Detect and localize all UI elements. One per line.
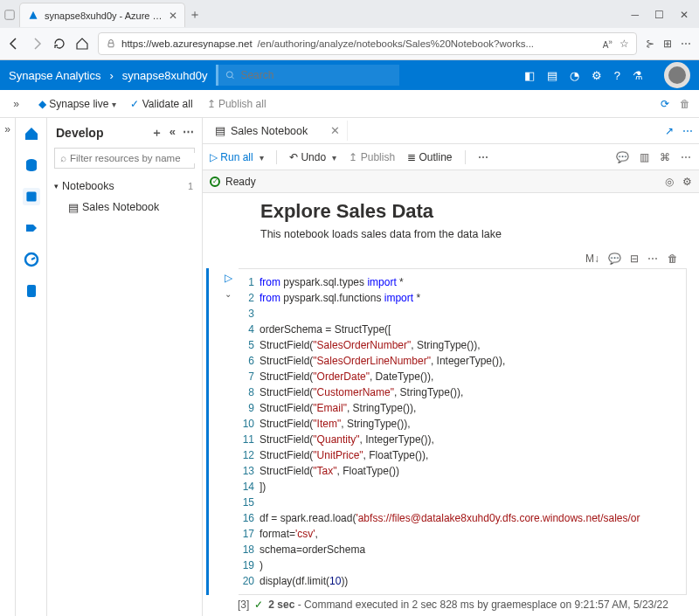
favorites-bar-icon[interactable]: ⊱ bbox=[646, 38, 654, 50]
chevron-down-icon: ▾ bbox=[54, 182, 59, 190]
develop-pane: Develop ＋ « ⋯ ⌕ ▾ Notebooks 1 ▤ Sales No… bbox=[47, 118, 203, 616]
azure-favicon-icon bbox=[27, 10, 39, 22]
new-tab-icon[interactable]: ＋ bbox=[189, 9, 201, 21]
run-all-button[interactable]: ▷ Run all ▾ bbox=[210, 151, 264, 163]
left-rail bbox=[16, 118, 47, 616]
rail-monitor-icon[interactable] bbox=[23, 251, 40, 268]
address-bar[interactable]: https://web.azuresynapse.net/en/authorin… bbox=[98, 32, 637, 55]
publish-all[interactable]: ↥ Publish all bbox=[207, 98, 266, 110]
run-cell-icon[interactable]: ▷ bbox=[225, 272, 232, 284]
notebook-icon: ▤ bbox=[68, 201, 79, 214]
reader-icon[interactable]: A» bbox=[603, 38, 612, 50]
global-search[interactable] bbox=[216, 65, 399, 86]
tab-title: synapse8xuhd0y - Azure Synapse bbox=[45, 10, 163, 21]
avatar[interactable] bbox=[664, 62, 690, 88]
window-minimize-icon[interactable]: ─ bbox=[631, 9, 639, 21]
tree-notebooks[interactable]: ▾ Notebooks 1 bbox=[52, 176, 197, 197]
workspace-name[interactable]: synapse8xuhd0y bbox=[122, 69, 208, 82]
notebook-title: Explore Sales Data bbox=[260, 200, 696, 223]
collections-icon[interactable]: ⊞ bbox=[663, 38, 672, 50]
notebook-toolbar-more-icon[interactable]: ⋯ bbox=[478, 151, 489, 163]
svg-rect-0 bbox=[5, 10, 15, 20]
develop-expand-icon[interactable]: « bbox=[170, 125, 176, 141]
settings-icon[interactable]: ⚙ bbox=[592, 69, 602, 82]
notifications-icon[interactable]: ◔ bbox=[570, 69, 579, 82]
synapse-header: Synapse Analytics › synapse8xuhd0y ◧ ▤ ◔… bbox=[0, 60, 699, 90]
apps-icon[interactable]: ▤ bbox=[547, 69, 557, 82]
browser-chrome: synapse8xuhd0y - Azure Synapse ✕ ＋ ─ ☐ ✕… bbox=[0, 0, 699, 60]
home-icon[interactable] bbox=[75, 37, 89, 51]
product-name[interactable]: Synapse Analytics bbox=[9, 69, 101, 82]
lock-icon bbox=[106, 38, 116, 49]
filter-input[interactable] bbox=[70, 153, 198, 163]
forward-icon[interactable] bbox=[30, 37, 44, 51]
rail-develop-icon[interactable] bbox=[23, 188, 40, 205]
develop-more-icon[interactable]: ⋯ bbox=[183, 125, 195, 141]
url-path: /en/authoring/analyze/notebooks/Sales%20… bbox=[258, 38, 534, 49]
comments-icon[interactable]: 💬 bbox=[616, 151, 629, 163]
rail-manage-icon[interactable] bbox=[23, 282, 40, 300]
code-editor[interactable]: 1234567891011121314151617181920 from pys… bbox=[239, 269, 686, 594]
cell-output-icon[interactable]: ⊟ bbox=[630, 253, 639, 265]
outline-button[interactable]: ≣ Outline bbox=[407, 151, 452, 163]
cell-actions: M↓ 💬 ⊟ ⋯ 🗑 bbox=[206, 253, 696, 265]
notebook-subtitle: This notebook loads sales data from the … bbox=[260, 228, 696, 240]
feedback-icon[interactable]: ◧ bbox=[524, 69, 535, 82]
target-icon[interactable]: ◎ bbox=[665, 176, 674, 188]
refresh-icon[interactable] bbox=[52, 37, 66, 51]
close-notebook-tab-icon[interactable]: ✕ bbox=[330, 124, 340, 137]
expand-pane-icon[interactable]: ↗ bbox=[665, 125, 674, 137]
svg-rect-6 bbox=[27, 285, 36, 297]
refresh-workspace-icon[interactable]: ⟳ bbox=[661, 98, 669, 110]
close-tab-icon[interactable]: ✕ bbox=[169, 10, 177, 22]
cell-more-icon[interactable]: ⋯ bbox=[647, 253, 659, 265]
flask-icon[interactable]: ⚗ bbox=[633, 69, 643, 82]
terminal-icon[interactable]: ⌘ bbox=[660, 151, 670, 163]
rail-home-icon[interactable] bbox=[23, 125, 40, 142]
notebook-tab-more-icon[interactable]: ⋯ bbox=[682, 125, 694, 137]
svg-point-2 bbox=[227, 72, 233, 78]
cell-delete-icon[interactable]: 🗑 bbox=[668, 253, 678, 265]
window-close-icon[interactable]: ✕ bbox=[680, 9, 689, 21]
variables-icon[interactable]: ▥ bbox=[640, 151, 649, 163]
expand-rail-button[interactable]: » bbox=[0, 118, 16, 616]
undo-button[interactable]: ↶ Undo ▾ bbox=[289, 151, 336, 163]
filter-resources[interactable]: ⌕ bbox=[54, 148, 195, 169]
publish-button[interactable]: ↥ Publish bbox=[349, 151, 395, 163]
notebook-tab[interactable]: ▤ Sales Notebook ✕ bbox=[208, 121, 348, 141]
help-icon[interactable]: ? bbox=[614, 69, 620, 82]
status-settings-icon[interactable]: ⚙ bbox=[682, 176, 692, 188]
browser-menu-icon[interactable]: ⋯ bbox=[681, 38, 692, 50]
crumb-sep: › bbox=[110, 69, 114, 82]
search-input[interactable] bbox=[240, 69, 392, 81]
browser-tab[interactable]: synapse8xuhd0y - Azure Synapse ✕ bbox=[19, 3, 185, 27]
notebook-tab-icon: ▤ bbox=[215, 124, 225, 137]
svg-rect-1 bbox=[108, 43, 114, 47]
search-icon bbox=[225, 70, 235, 80]
favorite-icon[interactable]: ☆ bbox=[619, 38, 629, 50]
cell-comments-icon[interactable]: 💬 bbox=[608, 253, 621, 265]
filter-icon: ⌕ bbox=[60, 152, 66, 164]
svg-rect-4 bbox=[26, 191, 36, 201]
back-icon[interactable] bbox=[7, 37, 21, 51]
synapse-live[interactable]: ◆ Synapse live▾ bbox=[38, 98, 116, 110]
workspace-toolbar: » ◆ Synapse live▾ ✓ Validate all ↥ Publi… bbox=[0, 90, 699, 118]
validate-all[interactable]: ✓ Validate all bbox=[130, 98, 192, 110]
rail-integrate-icon[interactable] bbox=[23, 219, 40, 237]
cell-collapse-icon[interactable]: ⌄ bbox=[225, 289, 232, 299]
exec-count: [3] bbox=[238, 599, 249, 611]
tree-item-sales-notebook[interactable]: ▤ Sales Notebook bbox=[52, 197, 197, 218]
collapse-rail-icon[interactable]: » bbox=[9, 98, 24, 110]
notebook-right-more-icon[interactable]: ⋯ bbox=[681, 151, 692, 163]
personal-tab-icon bbox=[3, 9, 16, 21]
notebook-status-bar: ✓ Ready ◎ ⚙ bbox=[203, 170, 699, 193]
status-ok-icon: ✓ bbox=[210, 176, 220, 187]
code-cell[interactable]: ▷ ⌄ 1234567891011121314151617181920 from… bbox=[206, 268, 687, 595]
markdown-toggle[interactable]: M↓ bbox=[585, 253, 599, 265]
delete-icon[interactable]: 🗑 bbox=[680, 98, 690, 110]
develop-add-icon[interactable]: ＋ bbox=[151, 125, 163, 141]
rail-data-icon[interactable] bbox=[23, 156, 40, 174]
url-host: https://web.azuresynapse.net bbox=[121, 38, 253, 49]
window-maximize-icon[interactable]: ☐ bbox=[654, 9, 664, 21]
status-text: Ready bbox=[225, 176, 256, 188]
